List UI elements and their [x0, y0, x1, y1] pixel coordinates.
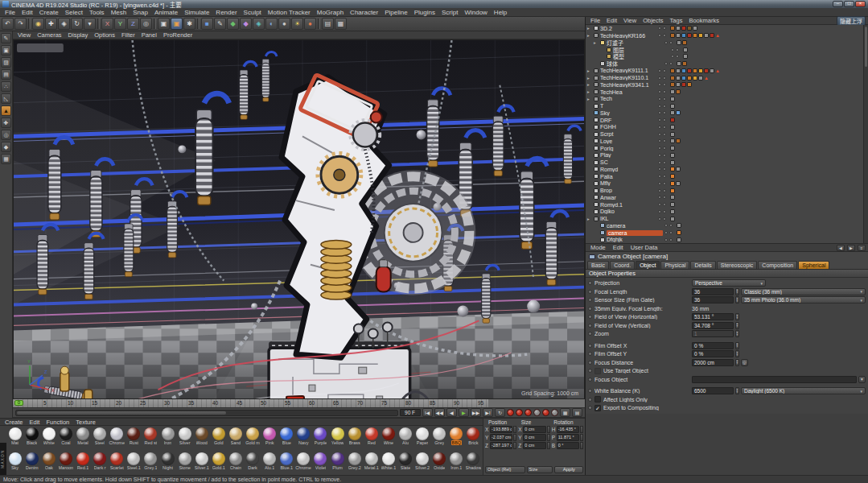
- tag-icon[interactable]: [676, 181, 681, 186]
- material-item[interactable]: Navy: [295, 426, 312, 451]
- nav-forward-icon[interactable]: ▶: [847, 245, 855, 251]
- visibility-dot-bottom[interactable]: [663, 118, 666, 122]
- tag-icon[interactable]: [676, 76, 681, 80]
- visibility-dot-top[interactable]: [664, 224, 668, 227]
- object-row[interactable]: Anwar: [586, 194, 868, 201]
- value-dropdown[interactable]: Perspective▾: [692, 279, 766, 287]
- material-item[interactable]: Grey.1: [142, 451, 159, 476]
- timeline-tick[interactable]: 50: [261, 400, 266, 406]
- visibility-dot-bottom[interactable]: [663, 27, 666, 30]
- tag-icon[interactable]: [670, 132, 675, 137]
- tag-icon[interactable]: [681, 33, 686, 38]
- visibility-dot-top[interactable]: [658, 111, 661, 114]
- tag-icon[interactable]: [698, 68, 703, 73]
- property-checkbox[interactable]: ✓: [594, 405, 601, 411]
- material-item[interactable]: Pink: [261, 426, 278, 451]
- tag-icon[interactable]: [670, 153, 675, 158]
- visibility-dot-bottom[interactable]: [663, 126, 666, 129]
- animation-dot[interactable]: [588, 307, 592, 311]
- visibility-dot-top[interactable]: [658, 27, 661, 30]
- material-item[interactable]: Iron.1: [448, 451, 465, 476]
- add-primitive-icon[interactable]: ■: [201, 18, 213, 30]
- tag-icon[interactable]: [670, 188, 675, 193]
- object-row[interactable]: ▸3D.2: [586, 25, 868, 32]
- visibility-dot-bottom[interactable]: [676, 48, 679, 52]
- material-item[interactable]: Silver: [176, 426, 193, 451]
- visibility-dot-bottom[interactable]: [663, 90, 666, 93]
- texture-mode-icon[interactable]: ▨: [1, 57, 11, 68]
- tag-icon[interactable]: [676, 138, 681, 143]
- display-filter-icon[interactable]: ▤: [322, 18, 334, 30]
- tag-icon[interactable]: [677, 40, 681, 45]
- tab-composition[interactable]: Composition: [758, 261, 797, 269]
- tag-icon[interactable]: [687, 82, 692, 87]
- visibility-dot-top[interactable]: [658, 189, 661, 192]
- material-item[interactable]: Blue.1: [278, 451, 295, 476]
- object-row[interactable]: T: [586, 102, 868, 109]
- material-item[interactable]: Brick: [465, 426, 482, 451]
- expand-caret[interactable]: ▸: [587, 68, 592, 73]
- visibility-dot-bottom[interactable]: [669, 224, 673, 227]
- tag-icon[interactable]: [670, 89, 675, 94]
- material-item[interactable]: Metal: [74, 426, 91, 451]
- menu-render[interactable]: Render: [212, 9, 240, 16]
- value-field[interactable]: 53.131 °: [692, 313, 734, 320]
- tag-icon[interactable]: [682, 40, 687, 45]
- coord-value-field[interactable]: 0 cm: [523, 426, 545, 433]
- menu-simulate[interactable]: Simulate: [181, 9, 212, 16]
- timeline-tick[interactable]: 55: [285, 400, 290, 406]
- tab-details[interactable]: Details: [690, 261, 715, 269]
- visibility-dot-bottom[interactable]: [663, 210, 666, 213]
- tag-icon[interactable]: [670, 181, 675, 186]
- tag-icon[interactable]: [687, 26, 692, 31]
- workplane-mode-icon[interactable]: ▤: [1, 69, 11, 80]
- tag-icon[interactable]: [670, 68, 675, 73]
- add-deformer-icon[interactable]: ◆: [240, 18, 252, 30]
- object-row[interactable]: DRF: [586, 117, 868, 124]
- timeline-tick[interactable]: 20: [116, 400, 121, 406]
- record-rotation-button[interactable]: [542, 409, 549, 416]
- titlebar[interactable]: CINEMA 4D R19.024 Studio (RC - R19) - [y…: [0, 0, 868, 8]
- material-item[interactable]: Red st: [142, 426, 159, 451]
- object-row[interactable]: FGHH: [586, 124, 868, 131]
- tag-icon[interactable]: [670, 209, 675, 214]
- timeline-tick[interactable]: 60: [309, 400, 315, 406]
- object-row[interactable]: ▸TechHeavyK9110.1▲: [586, 74, 868, 81]
- visibility-dot-top[interactable]: [658, 182, 661, 185]
- redo-icon[interactable]: ↷: [14, 18, 27, 30]
- visibility-dot-bottom[interactable]: [663, 97, 666, 101]
- coord-size-select[interactable]: Size: [527, 466, 553, 473]
- record-scale-button[interactable]: [533, 409, 541, 416]
- visibility-dot-bottom[interactable]: [663, 167, 666, 171]
- edges-mode-icon[interactable]: ◺: [1, 93, 11, 104]
- lock-icon[interactable]: ≡: [858, 245, 866, 251]
- tag-icon[interactable]: [681, 76, 686, 80]
- coordinate-system-icon[interactable]: ◎: [140, 18, 152, 30]
- material-item[interactable]: Black: [23, 426, 40, 451]
- viewport-canvas[interactable]: X Y Z Grid Spacing: 1000 cm: [13, 39, 585, 399]
- material-item[interactable]: Wood: [193, 426, 210, 451]
- tag-icon[interactable]: [670, 97, 675, 101]
- material-item[interactable]: Rust: [125, 426, 142, 451]
- value-dropdown[interactable]: 35 mm Photo (36.0 mm)▾: [741, 296, 866, 303]
- value-spinner[interactable]: ▴▾: [735, 313, 739, 320]
- material-item[interactable]: Chrome: [109, 426, 125, 451]
- lock-workplane-icon[interactable]: ▦: [1, 154, 11, 164]
- visibility-dot-top[interactable]: [658, 76, 661, 80]
- menu-select[interactable]: Select: [62, 9, 86, 16]
- visibility-dot-top[interactable]: [658, 69, 661, 72]
- section-header[interactable]: Object Properties: [586, 270, 868, 278]
- record-parameter-button[interactable]: [551, 409, 558, 416]
- tag-icon[interactable]: [670, 33, 675, 38]
- material-item[interactable]: White: [40, 426, 57, 451]
- visibility-dot-bottom[interactable]: [663, 111, 666, 114]
- visibility-dot-top[interactable]: [658, 139, 661, 142]
- object-row[interactable]: Romyd.1: [586, 201, 868, 208]
- material-item[interactable]: Iron: [159, 426, 176, 451]
- add-light-icon[interactable]: ☀: [291, 18, 303, 30]
- tag-icon[interactable]: [670, 202, 675, 207]
- minimize-button[interactable]: –: [833, 1, 843, 7]
- visibility-dot-bottom[interactable]: [663, 217, 666, 221]
- tag-icon[interactable]: [670, 174, 675, 179]
- tag-icon[interactable]: [677, 61, 681, 66]
